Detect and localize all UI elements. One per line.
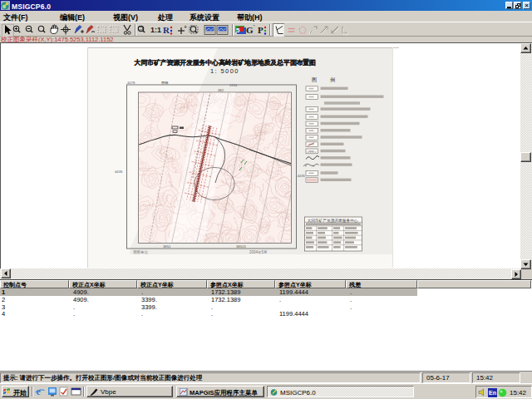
svg-text:4478: 4478	[127, 81, 135, 85]
svg-text:4435: 4435	[115, 170, 123, 174]
svg-text:4435: 4435	[298, 174, 306, 178]
svg-text:2004年5月: 2004年5月	[249, 250, 268, 254]
svg-text:P: P	[258, 25, 264, 35]
svg-text:': '	[254, 24, 254, 30]
svg-text:图幅: 图幅	[161, 81, 168, 85]
svg-text:大同市矿产资源开发服务中心高岭岩矿地形地质及总平面布置图: 大同市矿产资源开发服务中心高岭岩矿地形地质及总平面布置图	[135, 58, 317, 66]
svg-text:3851: 3851	[163, 244, 171, 249]
svg-text:图例: 图例	[312, 77, 348, 83]
svg-text:+: +	[184, 24, 187, 30]
svg-text:382: 382	[218, 88, 224, 92]
svg-text:R: R	[163, 25, 170, 35]
svg-text:测图单位: 测图单位	[133, 249, 149, 254]
svg-text:1:1: 1:1	[150, 26, 161, 34]
svg-text:38513: 38513	[236, 244, 246, 249]
svg-text:G: G	[246, 25, 254, 35]
svg-text:1: 5000: 1: 5000	[210, 67, 239, 75]
svg-text:1954: 1954	[229, 83, 238, 87]
svg-text:5: 5	[236, 27, 240, 34]
